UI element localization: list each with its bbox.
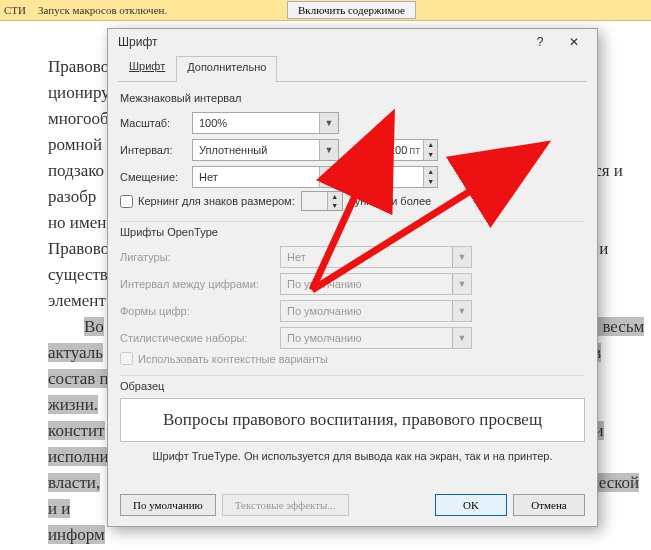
chevron-down-icon: ▼ — [452, 247, 471, 267]
chevron-down-icon: ▼ — [319, 167, 338, 187]
number-forms-select: По умолчанию ▼ — [280, 300, 472, 322]
position-select[interactable]: Нет ▼ — [192, 166, 339, 188]
preview-sample: Вопросы правового воспитания, правового … — [163, 410, 542, 430]
dialog-tabs: Шрифт Дополнительно — [118, 55, 587, 82]
spacing-by-unit: пт — [409, 140, 423, 160]
position-label: Смещение: — [120, 171, 192, 183]
dialog-title: Шрифт — [118, 35, 523, 49]
section-preview: Образец — [120, 380, 585, 392]
chevron-down-icon: ▼ — [452, 301, 471, 321]
text-effects-button: Текстовые эффекты... — [222, 494, 349, 516]
tab-font[interactable]: Шрифт — [118, 55, 176, 81]
kerning-label: Кернинг для знаков размером: — [138, 195, 295, 207]
spinner-icon[interactable]: ▲▼ — [423, 140, 437, 160]
number-spacing-select: По умолчанию ▼ — [280, 273, 472, 295]
help-icon: ? — [537, 35, 544, 49]
ligatures-select: Нет ▼ — [280, 246, 472, 268]
set-default-button[interactable]: По умолчанию — [120, 494, 216, 516]
spinner-icon[interactable]: ▲▼ — [423, 167, 437, 187]
chevron-down-icon: ▼ — [319, 140, 338, 160]
position-by-value — [379, 167, 423, 187]
kerning-checkbox[interactable] — [120, 195, 133, 208]
scale-value: 100% — [193, 117, 319, 129]
stylistic-sets-label: Стилистические наборы: — [120, 332, 280, 344]
kerning-size-input[interactable]: ▲▼ — [301, 191, 343, 211]
cancel-button[interactable]: Отмена — [513, 494, 585, 516]
spacing-value: Уплотненный — [193, 144, 319, 156]
number-spacing-label: Интервал между цифрами: — [120, 278, 280, 290]
spacing-select[interactable]: Уплотненный ▼ — [192, 139, 339, 161]
spacing-by-label: на: — [357, 144, 372, 156]
enable-content-button[interactable]: Включить содержимое — [287, 1, 416, 19]
spacing-by-value: 100 — [379, 140, 409, 160]
scale-label: Масштаб: — [120, 117, 192, 129]
help-button[interactable]: ? — [523, 31, 557, 53]
security-message: Запуск макросов отключен. — [30, 4, 175, 16]
security-label-trunc: СТИ — [0, 4, 30, 16]
close-icon: ✕ — [569, 35, 579, 49]
chevron-down-icon: ▼ — [319, 113, 338, 133]
security-warning-bar: СТИ Запуск макросов отключен. Включить с… — [0, 0, 651, 21]
contextual-alt-label: Использовать контекстные варианты — [138, 353, 328, 365]
spinner-icon: ▲▼ — [327, 192, 342, 210]
ligatures-label: Лигатуры: — [120, 251, 280, 263]
preview-hint: Шрифт TrueType. Он используется для выво… — [120, 450, 585, 462]
scale-select[interactable]: 100% ▼ — [192, 112, 339, 134]
position-by-label: на: — [357, 171, 372, 183]
preview-box: Вопросы правового воспитания, правового … — [120, 398, 585, 442]
tab-advanced[interactable]: Дополнительно — [176, 56, 277, 82]
number-forms-label: Формы цифр: — [120, 305, 280, 317]
chevron-down-icon: ▼ — [452, 274, 471, 294]
chevron-down-icon: ▼ — [452, 328, 471, 348]
ok-button[interactable]: OK — [435, 494, 507, 516]
position-by-input[interactable]: ▲▼ — [378, 166, 438, 188]
spacing-by-input[interactable]: 100 пт ▲▼ — [378, 139, 438, 161]
spacing-label: Интервал: — [120, 144, 192, 156]
section-char-spacing: Межзнаковый интервал — [120, 92, 585, 104]
stylistic-sets-select: По умолчанию ▼ — [280, 327, 472, 349]
section-opentype: Шрифты OpenType — [120, 226, 585, 238]
dialog-titlebar: Шрифт ? ✕ — [108, 29, 597, 55]
contextual-alt-checkbox — [120, 352, 133, 365]
kerning-suffix: пунктов и более — [349, 195, 431, 207]
font-dialog: Шрифт ? ✕ Шрифт Дополнительно Межзнаковы… — [107, 28, 598, 527]
position-value: Нет — [193, 171, 319, 183]
close-button[interactable]: ✕ — [557, 31, 591, 53]
